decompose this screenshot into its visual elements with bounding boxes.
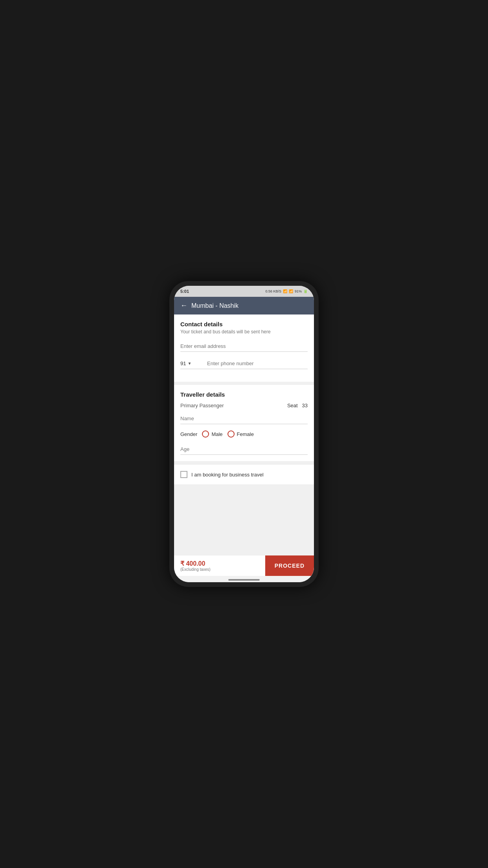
status-time: 5:01 xyxy=(180,289,189,294)
battery-level: 91% xyxy=(295,289,302,293)
male-radio[interactable] xyxy=(202,430,209,438)
section-divider-2 xyxy=(174,461,314,464)
price-amount: ₹ 400.00 xyxy=(180,560,259,567)
female-radio-inner xyxy=(229,432,233,436)
signal-icon: 📶 xyxy=(289,289,293,293)
country-code-selector[interactable]: 91 ▼ xyxy=(180,360,204,366)
seat-info: Seat 33 xyxy=(287,403,308,408)
status-icons: 0.56 KB/S 📶 📶 91% 🔋 xyxy=(265,289,308,293)
home-indicator xyxy=(174,576,314,582)
seat-number: 33 xyxy=(302,403,308,408)
female-radio[interactable] xyxy=(227,430,235,438)
data-speed: 0.56 KB/S xyxy=(265,289,281,293)
male-radio-inner xyxy=(204,432,207,436)
home-bar xyxy=(228,579,260,581)
phone-screen: 5:01 0.56 KB/S 📶 📶 91% 🔋 ← Mumbai - Nash… xyxy=(174,286,314,582)
battery-icon: 🔋 xyxy=(303,289,308,293)
app-header: ← Mumbai - Nashik xyxy=(174,297,314,314)
status-bar: 5:01 0.56 KB/S 📶 📶 91% 🔋 xyxy=(174,286,314,297)
traveller-header: Traveller details xyxy=(180,391,308,398)
gender-row: Gender Male Female xyxy=(180,430,308,438)
contact-details-subtitle: Your ticket and bus details will be sent… xyxy=(180,329,308,335)
wifi-icon: 📶 xyxy=(283,289,287,293)
passenger-row: Primary Passenger Seat 33 xyxy=(180,403,308,408)
phone-frame: 5:01 0.56 KB/S 📶 📶 91% 🔋 ← Mumbai - Nash… xyxy=(169,281,319,587)
phone-input[interactable] xyxy=(207,360,308,366)
male-label: Male xyxy=(211,431,222,437)
male-option[interactable]: Male xyxy=(202,430,222,438)
traveller-details-title: Traveller details xyxy=(180,391,225,398)
female-label: Female xyxy=(237,431,254,437)
chevron-down-icon: ▼ xyxy=(187,361,191,366)
gender-label: Gender xyxy=(180,431,197,437)
age-input[interactable] xyxy=(180,444,308,455)
contact-details-title: Contact details xyxy=(180,321,308,327)
name-input[interactable] xyxy=(180,413,308,424)
email-input[interactable] xyxy=(180,341,308,352)
business-travel-section: I am booking for business travel xyxy=(174,464,314,484)
seat-label: Seat xyxy=(287,403,298,408)
traveller-details-section: Traveller details Primary Passenger Seat… xyxy=(174,385,314,461)
price-section: ₹ 400.00 (Excluding taxes) xyxy=(174,556,265,576)
grey-area xyxy=(174,484,314,555)
back-button[interactable]: ← xyxy=(180,302,187,310)
phone-row: 91 ▼ xyxy=(180,358,308,369)
contact-details-section: Contact details Your ticket and bus deta… xyxy=(174,314,314,382)
proceed-button[interactable]: PROCEED xyxy=(265,555,314,576)
business-travel-row[interactable]: I am booking for business travel xyxy=(180,471,308,478)
price-note: (Excluding taxes) xyxy=(180,567,259,572)
business-travel-label: I am booking for business travel xyxy=(191,472,264,478)
email-group xyxy=(180,341,308,352)
country-code-value: 91 xyxy=(180,360,186,366)
bottom-bar: ₹ 400.00 (Excluding taxes) PROCEED xyxy=(174,555,314,576)
page-title: Mumbai - Nashik xyxy=(191,302,238,309)
business-travel-checkbox[interactable] xyxy=(180,471,187,478)
passenger-label: Primary Passenger xyxy=(180,403,224,408)
female-option[interactable]: Female xyxy=(227,430,254,438)
section-divider xyxy=(174,382,314,385)
